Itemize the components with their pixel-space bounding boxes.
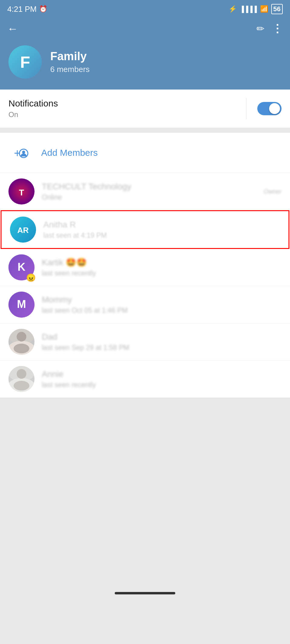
add-members-icon: + [8, 141, 33, 165]
member-row-anitha[interactable]: AR Anitha R last seen at 4:19 PM [1, 210, 289, 249]
member-avatar-annie [8, 366, 35, 392]
member-name-techcult: TECHCULT Technology [42, 182, 256, 191]
notifications-label: Notifications [8, 98, 58, 109]
member-info-mommy: Mommy last seen Oct 05 at 1:46 PM [42, 295, 282, 315]
svg-text:AR: AR [17, 226, 29, 235]
group-header: F Family 6 members [0, 42, 290, 90]
bottom-area [0, 398, 290, 603]
bluetooth-icon: ⚡ [229, 5, 237, 13]
time-text: 4:21 PM [7, 5, 37, 14]
kartik-emoji: 😠 [26, 274, 36, 282]
member-avatar-techcult: T [8, 178, 35, 204]
member-row-techcult[interactable]: T TECHCULT Technology Online Owner [0, 173, 290, 210]
alarm-icon: ⏰ [39, 5, 47, 13]
nav-actions: ✏ ⋮ [256, 22, 283, 35]
status-icons: ⚡ ▐▐▐▐ 📶 56 [229, 4, 283, 14]
member-name-mommy: Mommy [42, 295, 282, 305]
status-bar: 4:21 PM ⏰ ⚡ ▐▐▐▐ 📶 56 [0, 0, 290, 18]
notifications-text: Notifications On [8, 98, 58, 119]
member-name-anitha: Anitha R [43, 220, 280, 230]
member-badge-techcult: Owner [264, 188, 282, 195]
member-name-kartik: Kartik 🤩🤩 [42, 257, 282, 267]
member-status-mommy: last seen Oct 05 at 1:46 PM [42, 306, 282, 315]
member-info-techcult: TECHCULT Technology Online [42, 182, 256, 201]
member-info-kartik: Kartik 🤩🤩 last seen recently [42, 257, 282, 277]
edit-button[interactable]: ✏ [256, 23, 265, 34]
add-members-label: Add Members [41, 148, 98, 158]
group-avatar[interactable]: F [8, 45, 42, 79]
more-options-button[interactable]: ⋮ [272, 22, 283, 35]
group-name: Family [50, 50, 90, 63]
svg-point-2 [22, 151, 25, 154]
add-members-button[interactable]: + Add Members [0, 133, 290, 173]
group-member-count: 6 members [50, 65, 90, 74]
wifi-icon: 📶 [260, 5, 268, 13]
back-button[interactable]: ← [7, 22, 18, 35]
member-status-techcult: Online [42, 193, 256, 201]
group-info: Family 6 members [50, 50, 90, 74]
divider [246, 98, 246, 119]
member-status-anitha: last seen at 4:19 PM [43, 231, 280, 240]
battery-level: 56 [273, 5, 281, 13]
home-indicator [115, 592, 175, 594]
svg-text:M: M [17, 298, 26, 310]
notifications-status: On [8, 110, 58, 119]
member-row-mommy[interactable]: M Mommy last seen Oct 05 at 1:46 PM [0, 286, 290, 323]
svg-point-15 [14, 344, 29, 353]
member-avatar-kartik: K 😠 [8, 254, 35, 280]
svg-text:K: K [18, 261, 25, 273]
member-row-annie[interactable]: Annie last seen recently [0, 361, 290, 398]
members-section: + Add Members T TECHCULT Tech [0, 133, 290, 398]
member-avatar-anitha: AR [10, 217, 36, 243]
member-info-annie: Annie last seen recently [42, 369, 282, 389]
member-info-dad: Dad last seen Sep 29 at 1:58 PM [42, 332, 282, 352]
toggle-container [246, 98, 282, 119]
member-status-dad: last seen Sep 29 at 1:58 PM [42, 344, 282, 352]
member-name-dad: Dad [42, 332, 282, 342]
status-time: 4:21 PM ⏰ [7, 5, 47, 14]
svg-text:T: T [19, 188, 24, 197]
member-row-kartik[interactable]: K 😠 Kartik 🤩🤩 last seen recently [0, 249, 290, 286]
member-avatar-mommy: M [8, 292, 35, 318]
battery-indicator: 56 [271, 4, 283, 14]
member-status-annie: last seen recently [42, 381, 282, 389]
member-name-annie: Annie [42, 369, 282, 379]
member-avatar-dad [8, 329, 35, 355]
group-initial: F [20, 53, 30, 71]
separator [0, 128, 290, 133]
svg-point-14 [17, 332, 26, 342]
svg-point-20 [17, 369, 26, 379]
notifications-row: Notifications On [0, 90, 290, 128]
member-row-dad[interactable]: Dad last seen Sep 29 at 1:58 PM [0, 323, 290, 361]
notifications-toggle[interactable] [257, 102, 282, 115]
signal-icon: ▐▐▐▐ [240, 6, 257, 13]
content-area: Notifications On [0, 90, 290, 128]
svg-point-21 [14, 381, 29, 391]
member-info-anitha: Anitha R last seen at 4:19 PM [43, 220, 280, 240]
member-status-kartik: last seen recently [42, 269, 282, 277]
nav-bar: ← ✏ ⋮ [0, 18, 290, 42]
